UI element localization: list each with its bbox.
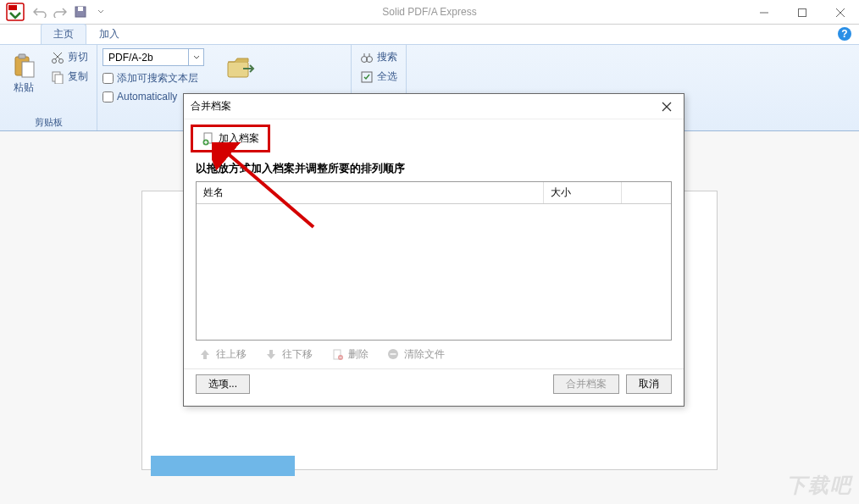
clear-files-button[interactable]: 清除文件 (387, 347, 445, 362)
clear-icon (387, 348, 401, 362)
column-name[interactable]: 姓名 (197, 182, 544, 203)
search-label: 搜索 (377, 50, 397, 64)
copy-button[interactable]: 复制 (47, 68, 91, 86)
svg-point-14 (59, 58, 64, 63)
scissors-icon (51, 51, 64, 64)
convert-button[interactable] (221, 52, 258, 87)
pdf-app-icon (5, 2, 25, 22)
folder-arrow-icon (226, 55, 253, 82)
merge-button[interactable]: 合并档案 (553, 374, 619, 394)
tab-insert[interactable]: 加入 (86, 24, 132, 44)
delete-icon (331, 348, 345, 362)
select-all-button[interactable]: 全选 (357, 68, 401, 86)
quick-access-toolbar (30, 3, 110, 21)
file-list-header: 姓名 大小 (197, 182, 671, 204)
select-all-icon (360, 70, 374, 84)
search-button[interactable]: 搜索 (357, 48, 401, 66)
svg-rect-11 (19, 54, 25, 58)
svg-point-13 (53, 58, 57, 63)
maximize-button[interactable] (783, 0, 821, 25)
file-list[interactable]: 姓名 大小 (196, 181, 672, 341)
pdfa-version-value: PDF/A-2b (108, 52, 153, 64)
merge-files-dialog: 合并档案 加入档案 以拖放方式加入档案并调整所要的排列顺序 姓名 大小 往上移 … (183, 93, 684, 407)
arrow-up-icon (199, 348, 213, 362)
dialog-instruction: 以拖放方式加入档案并调整所要的排列顺序 (184, 161, 684, 181)
column-size[interactable]: 大小 (544, 182, 622, 203)
cut-label: 剪切 (68, 50, 88, 64)
svg-line-15 (55, 53, 62, 59)
delete-button[interactable]: 删除 (331, 347, 369, 362)
undo-button[interactable] (30, 3, 49, 21)
app-icon (3, 0, 27, 24)
qat-dropdown[interactable] (91, 3, 110, 21)
svg-rect-3 (78, 7, 83, 11)
dialog-footer: 选项... 合并档案 取消 (184, 368, 684, 402)
window-controls (745, 0, 859, 25)
redo-button[interactable] (51, 3, 69, 21)
paste-icon (10, 52, 37, 79)
svg-text:?: ? (841, 28, 847, 40)
paste-label: 粘贴 (14, 80, 34, 95)
titlebar: Solid PDF/A Express (0, 0, 859, 25)
dialog-title-text: 合并档案 (191, 99, 231, 114)
svg-rect-5 (798, 8, 806, 16)
save-button[interactable] (71, 3, 90, 21)
copy-label: 复制 (68, 69, 88, 84)
checkbox-searchable-layer[interactable]: 添加可搜索文本层 (103, 71, 204, 86)
dialog-list-actions: 往上移 往下移 删除 清除文件 (184, 341, 684, 368)
selection-highlight (151, 456, 295, 476)
svg-rect-12 (22, 62, 34, 77)
cancel-button[interactable]: 取消 (626, 374, 672, 394)
dialog-toolbar: 加入档案 (184, 119, 684, 161)
clipboard-group-label: 剪贴板 (5, 114, 91, 130)
paste-button[interactable]: 粘贴 (5, 48, 42, 98)
add-file-label: 加入档案 (219, 131, 259, 146)
arrow-down-icon (265, 348, 279, 362)
options-button[interactable]: 选项... (196, 374, 250, 394)
move-down-button[interactable]: 往下移 (265, 347, 313, 362)
window-title: Solid PDF/A Express (382, 6, 476, 18)
dialog-titlebar: 合并档案 (184, 94, 684, 119)
svg-rect-18 (55, 75, 63, 84)
column-blank (622, 182, 671, 203)
select-all-label: 全选 (377, 69, 397, 84)
move-up-button[interactable]: 往上移 (199, 347, 247, 362)
minimize-button[interactable] (745, 0, 783, 25)
ribbon-group-clipboard: 粘贴 剪切 复制 剪贴板 (0, 45, 97, 130)
pdfa-version-select[interactable]: PDF/A-2b (103, 48, 204, 66)
add-file-icon (202, 132, 215, 146)
help-icon[interactable]: ? (837, 26, 852, 42)
tab-home[interactable]: 主页 (41, 24, 86, 44)
ribbon-tabs: 主页 加入 ? (0, 25, 859, 45)
cut-button[interactable]: 剪切 (47, 48, 91, 66)
copy-icon (51, 70, 64, 84)
close-button[interactable] (821, 0, 859, 25)
svg-rect-1 (8, 5, 17, 10)
binoculars-icon (360, 51, 374, 64)
chevron-down-icon (188, 49, 203, 65)
svg-line-16 (53, 53, 60, 59)
dialog-close-button[interactable] (657, 97, 677, 117)
add-file-button[interactable]: 加入档案 (191, 125, 270, 152)
